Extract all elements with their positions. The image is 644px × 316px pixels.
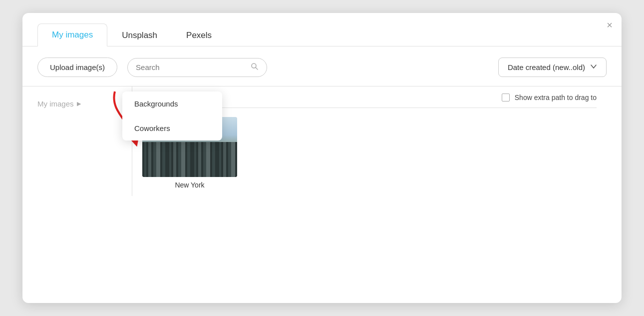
show-path-checkbox[interactable] <box>502 94 510 102</box>
toolbar: Upload image(s) Date created (new..old) <box>22 46 622 86</box>
search-box <box>127 58 267 77</box>
search-icon <box>251 62 259 72</box>
search-input[interactable] <box>136 63 247 72</box>
chevron-right-icon: ▶ <box>77 100 81 107</box>
tab-pexels[interactable]: Pexels <box>172 24 226 46</box>
image-label: New York <box>175 181 204 189</box>
close-button[interactable]: × <box>607 20 613 30</box>
show-path-label: Show extra path to drag to <box>515 94 597 102</box>
dropdown-item-backgrounds[interactable]: Backgrounds <box>122 92 222 116</box>
chevron-down-icon <box>590 63 597 72</box>
sidebar: My images ▶ Backgrounds Coworkers <box>37 86 132 196</box>
image-picker-modal: × My images Unsplash Pexels Upload image… <box>22 13 622 303</box>
sidebar-item-my-images[interactable]: My images ▶ <box>37 94 132 114</box>
sort-label: Date created (new..old) <box>508 63 585 72</box>
upload-button[interactable]: Upload image(s) <box>37 58 117 77</box>
svg-line-1 <box>256 68 258 70</box>
dropdown-popup: Backgrounds Coworkers <box>122 92 222 140</box>
content-area: My images ▶ Backgrounds Coworkers <box>22 86 622 196</box>
sidebar-item-label: My images <box>37 100 74 108</box>
tab-my-images[interactable]: My images <box>37 24 107 46</box>
dropdown-item-coworkers[interactable]: Coworkers <box>122 116 222 140</box>
tab-unsplash[interactable]: Unsplash <box>107 24 172 46</box>
tabs-container: My images Unsplash Pexels <box>22 13 622 46</box>
sort-dropdown[interactable]: Date created (new..old) <box>498 58 607 77</box>
